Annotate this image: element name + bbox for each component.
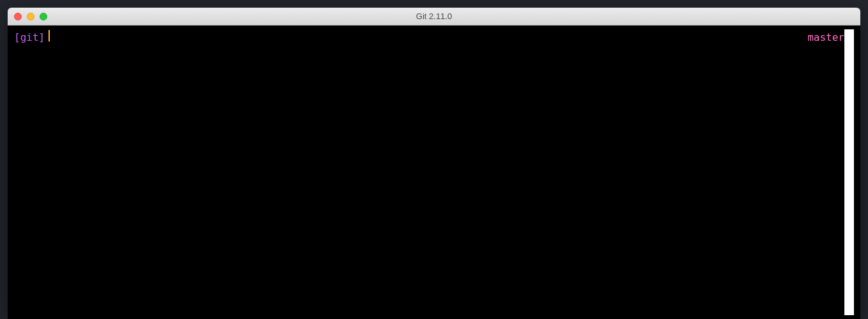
terminal-area[interactable]: [git] master: [8, 26, 860, 319]
terminal-window: Git 2.11.0 [git] master: [8, 8, 860, 319]
branch-label: master: [807, 31, 844, 45]
scrollbar[interactable]: [844, 29, 854, 315]
cursor-icon: [49, 30, 50, 41]
window-title: Git 2.11.0: [8, 11, 860, 21]
close-icon[interactable]: [14, 13, 22, 20]
terminal-content[interactable]: [git] master: [14, 29, 844, 315]
maximize-icon[interactable]: [40, 13, 47, 20]
window-controls: [8, 13, 47, 20]
minimize-icon[interactable]: [27, 13, 34, 20]
window-titlebar[interactable]: Git 2.11.0: [8, 8, 860, 26]
prompt-label: [git]: [14, 31, 45, 45]
prompt-line: [git] master: [14, 29, 844, 45]
prompt-left: [git]: [14, 29, 50, 45]
